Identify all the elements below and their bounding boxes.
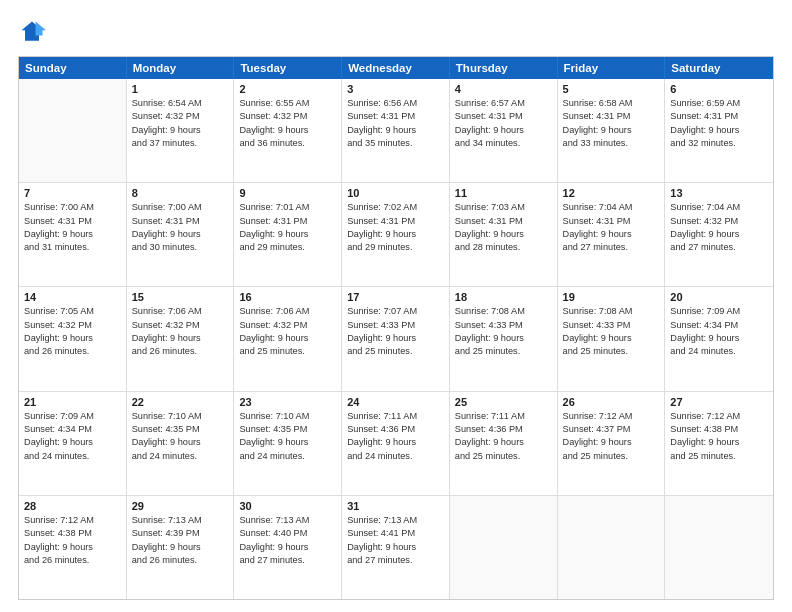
day-cell-8: 8Sunrise: 7:00 AMSunset: 4:31 PMDaylight… <box>127 183 235 286</box>
cell-info-line: Sunset: 4:31 PM <box>455 215 552 228</box>
cell-info-line: Daylight: 9 hours <box>239 228 336 241</box>
cell-info-line: Sunrise: 6:59 AM <box>670 97 768 110</box>
cell-info-line: Daylight: 9 hours <box>347 541 444 554</box>
day-cell-18: 18Sunrise: 7:08 AMSunset: 4:33 PMDayligh… <box>450 287 558 390</box>
cell-info-line: and 33 minutes. <box>563 137 660 150</box>
cell-info-line: Daylight: 9 hours <box>24 332 121 345</box>
cell-info-line: Sunset: 4:31 PM <box>455 110 552 123</box>
day-number: 22 <box>132 396 229 408</box>
empty-cell-4-6 <box>665 496 773 599</box>
cell-info-line: Sunrise: 7:01 AM <box>239 201 336 214</box>
day-number: 28 <box>24 500 121 512</box>
cell-info-line: Sunset: 4:31 PM <box>24 215 121 228</box>
day-cell-5: 5Sunrise: 6:58 AMSunset: 4:31 PMDaylight… <box>558 79 666 182</box>
cell-info-line: Daylight: 9 hours <box>563 124 660 137</box>
cell-info-line: Sunset: 4:34 PM <box>24 423 121 436</box>
cell-info-line: and 27 minutes. <box>239 554 336 567</box>
cell-info-line: Sunrise: 7:10 AM <box>239 410 336 423</box>
cell-info-line: Sunset: 4:31 PM <box>347 110 444 123</box>
cell-info-line: Sunset: 4:31 PM <box>132 215 229 228</box>
day-cell-31: 31Sunrise: 7:13 AMSunset: 4:41 PMDayligh… <box>342 496 450 599</box>
cell-info-line: and 25 minutes. <box>455 345 552 358</box>
day-number: 24 <box>347 396 444 408</box>
cell-info-line: and 25 minutes. <box>239 345 336 358</box>
weekday-header-sunday: Sunday <box>19 57 127 79</box>
day-number: 31 <box>347 500 444 512</box>
cell-info-line: Daylight: 9 hours <box>563 332 660 345</box>
cell-info-line: Sunset: 4:31 PM <box>670 110 768 123</box>
cell-info-line: and 24 minutes. <box>239 450 336 463</box>
cell-info-line: Daylight: 9 hours <box>455 436 552 449</box>
cell-info-line: Sunrise: 7:03 AM <box>455 201 552 214</box>
cell-info-line: Daylight: 9 hours <box>670 436 768 449</box>
cell-info-line: Sunrise: 6:57 AM <box>455 97 552 110</box>
day-cell-2: 2Sunrise: 6:55 AMSunset: 4:32 PMDaylight… <box>234 79 342 182</box>
day-cell-23: 23Sunrise: 7:10 AMSunset: 4:35 PMDayligh… <box>234 392 342 495</box>
cell-info-line: and 27 minutes. <box>670 241 768 254</box>
day-cell-30: 30Sunrise: 7:13 AMSunset: 4:40 PMDayligh… <box>234 496 342 599</box>
calendar-header: SundayMondayTuesdayWednesdayThursdayFrid… <box>19 57 773 79</box>
calendar-body: 1Sunrise: 6:54 AMSunset: 4:32 PMDaylight… <box>19 79 773 599</box>
cell-info-line: Sunset: 4:32 PM <box>239 110 336 123</box>
cell-info-line: Sunset: 4:39 PM <box>132 527 229 540</box>
cell-info-line: Daylight: 9 hours <box>24 541 121 554</box>
cell-info-line: Sunrise: 7:10 AM <box>132 410 229 423</box>
day-number: 20 <box>670 291 768 303</box>
day-number: 2 <box>239 83 336 95</box>
cell-info-line: Daylight: 9 hours <box>132 332 229 345</box>
day-number: 30 <box>239 500 336 512</box>
cell-info-line: Sunrise: 7:11 AM <box>347 410 444 423</box>
cell-info-line: Sunrise: 7:06 AM <box>239 305 336 318</box>
calendar-row-4: 28Sunrise: 7:12 AMSunset: 4:38 PMDayligh… <box>19 496 773 599</box>
cell-info-line: Sunset: 4:35 PM <box>239 423 336 436</box>
day-cell-15: 15Sunrise: 7:06 AMSunset: 4:32 PMDayligh… <box>127 287 235 390</box>
cell-info-line: Sunrise: 6:58 AM <box>563 97 660 110</box>
cell-info-line: and 27 minutes. <box>347 554 444 567</box>
cell-info-line: Sunrise: 7:11 AM <box>455 410 552 423</box>
cell-info-line: Sunset: 4:33 PM <box>563 319 660 332</box>
empty-cell-4-4 <box>450 496 558 599</box>
weekday-header-monday: Monday <box>127 57 235 79</box>
cell-info-line: Sunrise: 7:13 AM <box>132 514 229 527</box>
cell-info-line: Sunset: 4:32 PM <box>670 215 768 228</box>
day-number: 11 <box>455 187 552 199</box>
day-cell-21: 21Sunrise: 7:09 AMSunset: 4:34 PMDayligh… <box>19 392 127 495</box>
day-cell-10: 10Sunrise: 7:02 AMSunset: 4:31 PMDayligh… <box>342 183 450 286</box>
day-cell-22: 22Sunrise: 7:10 AMSunset: 4:35 PMDayligh… <box>127 392 235 495</box>
cell-info-line: Sunrise: 7:13 AM <box>239 514 336 527</box>
day-number: 19 <box>563 291 660 303</box>
cell-info-line: Daylight: 9 hours <box>563 436 660 449</box>
cell-info-line: and 37 minutes. <box>132 137 229 150</box>
cell-info-line: Daylight: 9 hours <box>347 332 444 345</box>
cell-info-line: Sunset: 4:32 PM <box>24 319 121 332</box>
day-cell-25: 25Sunrise: 7:11 AMSunset: 4:36 PMDayligh… <box>450 392 558 495</box>
calendar: SundayMondayTuesdayWednesdayThursdayFrid… <box>18 56 774 600</box>
day-number: 29 <box>132 500 229 512</box>
day-number: 7 <box>24 187 121 199</box>
cell-info-line: and 34 minutes. <box>455 137 552 150</box>
cell-info-line: Sunrise: 7:04 AM <box>563 201 660 214</box>
cell-info-line: Sunrise: 7:00 AM <box>24 201 121 214</box>
cell-info-line: Daylight: 9 hours <box>132 124 229 137</box>
cell-info-line: Sunset: 4:31 PM <box>239 215 336 228</box>
cell-info-line: and 26 minutes. <box>24 345 121 358</box>
cell-info-line: Daylight: 9 hours <box>239 332 336 345</box>
cell-info-line: and 36 minutes. <box>239 137 336 150</box>
empty-cell-0-0 <box>19 79 127 182</box>
page: SundayMondayTuesdayWednesdayThursdayFrid… <box>0 0 792 612</box>
day-cell-20: 20Sunrise: 7:09 AMSunset: 4:34 PMDayligh… <box>665 287 773 390</box>
cell-info-line: Sunset: 4:32 PM <box>132 110 229 123</box>
calendar-row-0: 1Sunrise: 6:54 AMSunset: 4:32 PMDaylight… <box>19 79 773 183</box>
cell-info-line: Sunrise: 7:12 AM <box>24 514 121 527</box>
day-number: 9 <box>239 187 336 199</box>
cell-info-line: and 24 minutes. <box>132 450 229 463</box>
cell-info-line: Sunset: 4:31 PM <box>563 110 660 123</box>
day-number: 1 <box>132 83 229 95</box>
day-number: 16 <box>239 291 336 303</box>
day-cell-4: 4Sunrise: 6:57 AMSunset: 4:31 PMDaylight… <box>450 79 558 182</box>
cell-info-line: and 25 minutes. <box>563 345 660 358</box>
cell-info-line: Daylight: 9 hours <box>670 124 768 137</box>
cell-info-line: and 35 minutes. <box>347 137 444 150</box>
cell-info-line: Daylight: 9 hours <box>132 436 229 449</box>
cell-info-line: Sunset: 4:32 PM <box>239 319 336 332</box>
